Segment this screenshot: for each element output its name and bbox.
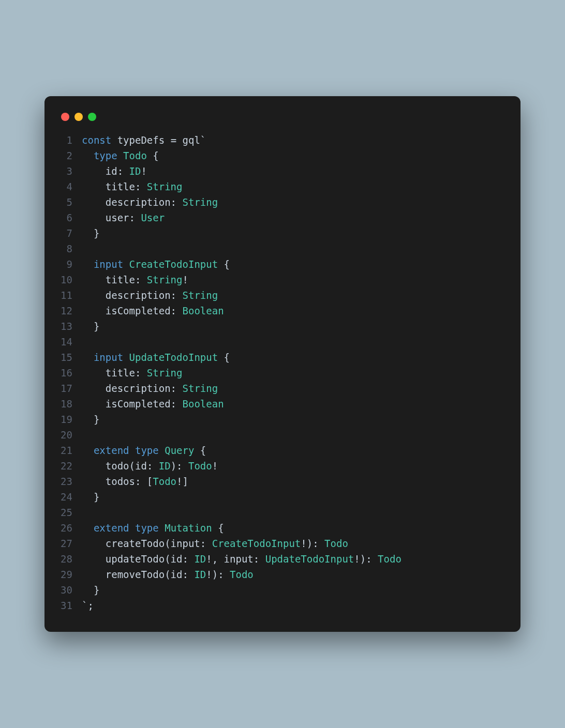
token: gql <box>183 134 200 146</box>
token: ( <box>129 460 135 472</box>
code-line: 6 user: User <box>59 210 506 225</box>
line-number: 7 <box>59 225 82 241</box>
token: : <box>171 196 183 208</box>
code-line: 5 description: String <box>59 194 506 210</box>
token: ID <box>194 569 206 580</box>
token: isCompleted <box>106 398 171 410</box>
token: description <box>106 383 171 394</box>
token: !): <box>354 553 378 565</box>
token: input <box>171 538 200 549</box>
token: description <box>106 196 171 208</box>
token: !): <box>301 538 324 549</box>
token: String <box>147 181 183 192</box>
line-number: 29 <box>59 567 82 582</box>
token <box>82 196 106 208</box>
token: ` <box>200 134 206 146</box>
line-number: 5 <box>59 194 82 210</box>
token <box>82 538 106 549</box>
line-content: isCompleted: Boolean <box>82 396 224 412</box>
code-line: 11 description: String <box>59 287 506 303</box>
token <box>129 445 135 456</box>
line-content: title: String! <box>82 272 188 287</box>
token: id <box>171 553 183 565</box>
code-line: 2 type Todo { <box>59 148 506 163</box>
token: todo <box>106 460 129 472</box>
code-line: 14 <box>59 334 506 350</box>
token: } <box>82 228 99 239</box>
line-number: 23 <box>59 474 82 489</box>
token: Mutation <box>165 522 212 534</box>
code-line: 13 } <box>59 318 506 334</box>
code-line: 19 } <box>59 412 506 427</box>
token <box>123 259 129 270</box>
token: title <box>106 367 135 378</box>
token: String <box>183 383 218 394</box>
line-content: title: String <box>82 179 183 194</box>
line-number: 22 <box>59 458 82 474</box>
token: Boolean <box>183 305 224 316</box>
token: typeDefs <box>117 134 165 146</box>
line-number: 10 <box>59 272 82 287</box>
zoom-icon[interactable] <box>88 113 96 121</box>
token <box>82 181 106 192</box>
token: id <box>106 165 117 177</box>
token: ID <box>129 165 141 177</box>
token: } <box>82 584 99 596</box>
token: input <box>94 259 123 270</box>
token <box>82 305 106 316</box>
editor-window: 1const typeDefs = gql`2 type Todo {3 id:… <box>44 96 521 632</box>
line-number: 21 <box>59 443 82 458</box>
code-line: 31`; <box>59 598 506 613</box>
token: String <box>147 274 183 285</box>
token: id <box>171 569 183 580</box>
token: Todo <box>230 569 254 580</box>
token: Todo <box>153 476 176 487</box>
code-line: 18 isCompleted: Boolean <box>59 396 506 412</box>
line-content: todos: [Todo!] <box>82 474 188 489</box>
minimize-icon[interactable] <box>75 113 83 121</box>
token <box>129 522 135 534</box>
token: ( <box>165 538 170 549</box>
token <box>111 134 117 146</box>
token: : <box>171 398 183 410</box>
code-line: 4 title: String <box>59 179 506 194</box>
token: { <box>218 259 230 270</box>
token: : <box>117 165 129 177</box>
line-content: input UpdateTodoInput { <box>82 350 230 365</box>
line-number: 27 <box>59 536 82 551</box>
code-line: 23 todos: [Todo!] <box>59 474 506 489</box>
line-number: 3 <box>59 163 82 179</box>
token: : [ <box>135 476 153 487</box>
token: : <box>171 290 183 301</box>
line-number: 14 <box>59 334 82 350</box>
token: : <box>135 274 147 285</box>
token: UpdateTodoInput <box>265 553 354 565</box>
token <box>82 259 94 270</box>
line-content: } <box>82 582 99 598</box>
token: extend <box>94 445 129 456</box>
line-number: 12 <box>59 303 82 318</box>
line-number: 4 <box>59 179 82 194</box>
line-number: 8 <box>59 241 82 256</box>
token: : <box>135 181 147 192</box>
code-line: 10 title: String! <box>59 272 506 287</box>
token: String <box>183 196 218 208</box>
line-content: isCompleted: Boolean <box>82 303 224 318</box>
token: : <box>147 460 159 472</box>
token: CreateTodoInput <box>129 259 218 270</box>
code-line: 28 updateTodo(id: ID!, input: UpdateTodo… <box>59 551 506 567</box>
token: type <box>94 150 117 161</box>
token: Todo <box>123 150 147 161</box>
code-line: 17 description: String <box>59 381 506 396</box>
code-line: 29 removeTodo(id: ID!): Todo <box>59 567 506 582</box>
code-line: 22 todo(id: ID): Todo! <box>59 458 506 474</box>
code-line: 16 title: String <box>59 365 506 381</box>
close-icon[interactable] <box>61 113 69 121</box>
window-titlebar <box>59 110 506 132</box>
code-line: 9 input CreateTodoInput { <box>59 256 506 272</box>
token: ( <box>165 553 170 565</box>
line-number: 13 <box>59 318 82 334</box>
token <box>82 460 106 472</box>
line-content: const typeDefs = gql` <box>82 132 206 148</box>
token: = <box>171 134 176 146</box>
